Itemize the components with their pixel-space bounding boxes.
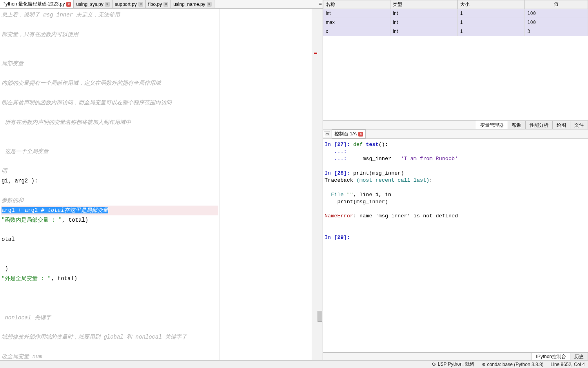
editor-tab[interactable]: Python 量化编程基础-2023.py× <box>0 0 74 8</box>
variable-row[interactable]: maxint1100 <box>323 18 588 27</box>
code-line <box>1 254 218 264</box>
close-icon[interactable]: × <box>105 2 110 7</box>
code-line: 所有在函数内声明的变量名称都将被加入到作用域中 <box>1 118 218 128</box>
console-tabs-bar: ▭ 控制台 1/A × <box>323 129 588 139</box>
code-line <box>1 40 218 49</box>
code-line <box>1 244 218 254</box>
code-line <box>1 49 218 59</box>
code-line: 部变量，只有在函数内可以使用 <box>1 30 218 40</box>
editor-scrollbar[interactable] <box>317 9 323 360</box>
editor-tabs-bar: Python 量化编程基础-2023.py×using_sys.py×suppo… <box>0 0 323 9</box>
tab-label: using_sys.py <box>76 2 103 7</box>
gear-icon <box>482 362 486 367</box>
tab-label: using_name.py <box>173 2 205 7</box>
tab-label: support.py <box>115 2 137 7</box>
code-line: ) <box>1 264 218 274</box>
right-panel: 名称 类型 大小 值 intint1100maxint1100xint13 变量… <box>323 0 588 360</box>
code-line <box>1 303 218 313</box>
console-tab[interactable]: 控制台 1/A × <box>332 129 366 138</box>
editor-panel: Python 量化编程基础-2023.py×using_sys.py×suppo… <box>0 0 323 360</box>
close-icon[interactable]: × <box>163 2 168 7</box>
code-line <box>1 293 218 303</box>
scroll-thumb[interactable] <box>318 311 322 322</box>
code-line: arg1 + arg2 # total在这里是局部变量 <box>1 206 218 215</box>
code-line: otal <box>1 235 218 244</box>
right-panel-tab[interactable]: 文件 <box>570 121 588 129</box>
code-line: 息上看，说明了 msg_inner 未定义，无法使用 <box>1 10 218 20</box>
code-line <box>1 225 218 235</box>
right-panel-tab[interactable]: 性能分析 <box>525 121 553 129</box>
right-panel-tab[interactable]: 帮助 <box>508 121 526 129</box>
tab-label: fibo.py <box>148 2 162 7</box>
variable-row[interactable]: xint13 <box>323 27 588 36</box>
editor-tab[interactable]: support.py× <box>113 0 146 8</box>
code-line: g1, arg2 ): <box>1 176 218 186</box>
code-line <box>1 69 218 78</box>
console-bottom-tab[interactable]: IPython控制台 <box>532 353 570 360</box>
var-col-name[interactable]: 名称 <box>323 0 390 9</box>
code-line <box>1 20 218 30</box>
code-line <box>1 284 218 293</box>
var-col-value[interactable]: 值 <box>525 0 588 9</box>
editor-tab[interactable]: fibo.py× <box>146 0 171 8</box>
code-line: 局部变量 <box>1 59 218 69</box>
console-tab-label: 控制台 1/A <box>334 131 357 137</box>
close-icon[interactable]: × <box>66 2 71 7</box>
code-line <box>1 186 218 196</box>
right-panel-tab[interactable]: 变量管理器 <box>476 121 508 129</box>
console-new-icon[interactable]: ▭ <box>324 131 330 137</box>
code-line: 改全局变量 num <box>1 352 218 360</box>
code-line: "外是全局变量 : ", total) <box>1 274 218 284</box>
code-line <box>1 128 218 137</box>
code-line <box>1 323 218 333</box>
variable-row[interactable]: intint1100 <box>323 9 588 18</box>
var-col-type[interactable]: 类型 <box>390 0 457 9</box>
editor-tab[interactable]: using_name.py× <box>171 0 214 8</box>
tab-label: Python 量化编程基础-2023.py <box>2 1 65 7</box>
code-line <box>1 342 218 352</box>
console-output[interactable]: In [27]: def test(): ...: ...: msg_inner… <box>323 139 588 352</box>
console-bottom-tabs: IPython控制台历史 <box>323 352 588 360</box>
code-line <box>1 157 218 166</box>
console-panel: ▭ 控制台 1/A × In [27]: def test(): ...: ..… <box>323 129 588 360</box>
right-panel-tab[interactable]: 绘图 <box>552 121 570 129</box>
code-line: 域想修改外部作用域的变量时，就要用到 global 和 nonlocal 关键字… <box>1 332 218 342</box>
code-editor[interactable]: 息上看，说明了 msg_inner 未定义，无法使用部变量，只有在函数内可以使用… <box>0 9 323 360</box>
var-col-size[interactable]: 大小 <box>457 0 524 9</box>
error-marker[interactable] <box>314 53 317 54</box>
code-line: "函数内是局部变量 : ", total) <box>1 215 218 225</box>
code-line: 内部的变量拥有一个局部作用域，定义在函数外的拥有全局作用域 <box>1 78 218 88</box>
code-line: 参数的和 <box>1 196 218 206</box>
editor-tab[interactable]: using_sys.py× <box>74 0 112 8</box>
code-line: nonlocal 关键字 <box>1 313 218 323</box>
code-line: 这是一个全局变量 <box>1 147 218 157</box>
status-conda[interactable]: conda: base (Python 3.8.8) <box>482 362 544 367</box>
code-line <box>1 137 218 147</box>
variable-explorer-panel: 名称 类型 大小 值 intint1100maxint1100xint13 变量… <box>323 0 588 129</box>
close-icon[interactable]: × <box>138 2 143 7</box>
code-line <box>1 108 218 118</box>
status-bar: LSP Python: 就绪 conda: base (Python 3.8.8… <box>0 360 588 368</box>
status-lsp[interactable]: LSP Python: 就绪 <box>432 361 475 368</box>
marker-strip <box>312 9 317 360</box>
console-tab-close-icon[interactable]: × <box>358 132 363 137</box>
variable-table[interactable]: 名称 类型 大小 值 intint1100maxint1100xint13 <box>323 0 588 36</box>
code-line <box>1 88 218 98</box>
reload-icon <box>432 361 436 367</box>
console-bottom-tab[interactable]: 历史 <box>570 353 588 360</box>
close-icon[interactable]: × <box>207 2 212 7</box>
code-line: 明 <box>1 166 218 176</box>
tab-overflow-icon[interactable]: ≡ <box>319 1 322 7</box>
right-panel-tabs: 变量管理器帮助性能分析绘图文件 <box>323 120 588 129</box>
status-position[interactable]: Line 9652, Col 4 <box>551 362 585 367</box>
code-line: 能在其被声明的函数内部访问，而全局变量可以在整个程序范围内访问 <box>1 98 218 108</box>
